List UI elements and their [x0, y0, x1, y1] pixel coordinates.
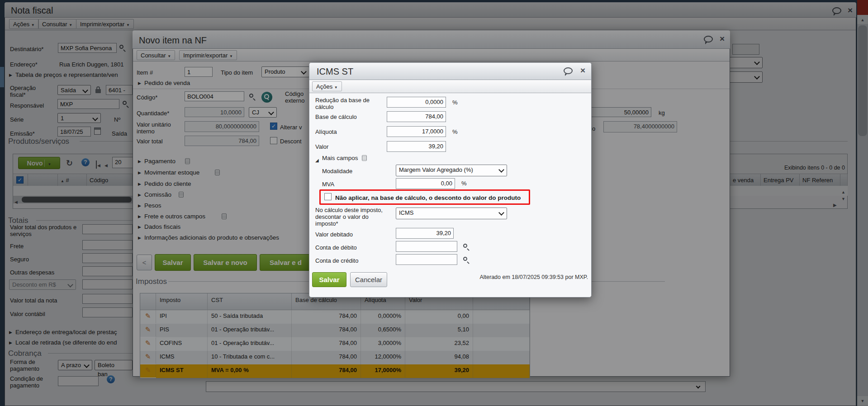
descontar-value: ICMS: [399, 209, 414, 216]
document-icon: [362, 155, 367, 161]
valor-input[interactable]: 39,20: [387, 141, 446, 152]
aliquota-suffix: %: [452, 128, 458, 135]
debitado-label: Valor debitado: [315, 231, 353, 238]
descontar-label: No cálculo deste imposto, descontar o va…: [315, 207, 389, 227]
base-label: Base de cálculo: [315, 113, 357, 120]
debitado-input[interactable]: 39,20: [396, 228, 454, 239]
icms-menu-acoes-label: Ações: [316, 83, 332, 90]
nao-aplicar-checkbox[interactable]: [324, 193, 332, 200]
mva-input[interactable]: 0,00: [396, 178, 455, 189]
search-icon[interactable]: [463, 257, 467, 261]
mva-label: MVA: [322, 181, 334, 188]
conta-credito-label: Conta de crédito: [315, 257, 358, 264]
comment-bubble-icon[interactable]: [564, 67, 573, 74]
search-icon[interactable]: [463, 244, 467, 248]
close-icon[interactable]: [580, 67, 585, 75]
conta-debito-input[interactable]: [396, 241, 457, 252]
icms-cancelar-button[interactable]: Cancelar: [350, 272, 387, 287]
base-input[interactable]: 784,00: [387, 111, 446, 122]
page: Nota fiscal Ações Consultar Imprimir/exp…: [0, 0, 868, 406]
icms-modal-title: ICMS ST: [317, 66, 353, 77]
icms-menu-acoes[interactable]: Ações: [312, 81, 342, 91]
alterado-status: Alterado em 18/07/2025 09:39:53 por MXP.: [430, 274, 588, 280]
descontar-select[interactable]: ICMS: [396, 208, 507, 219]
valor-label: Valor: [315, 143, 328, 150]
modalidade-value: Margem Valor Agregado (%): [399, 166, 473, 173]
icms-salvar-button[interactable]: Salvar: [312, 272, 346, 287]
icms-modal-layer: ICMS ST Ações Redução da base de cálculo…: [0, 0, 868, 406]
chevron-down-icon: [498, 210, 504, 216]
reducao-label: Redução da base de cálculo: [315, 97, 383, 110]
aliquota-label: Alíquota: [315, 128, 337, 135]
modalidade-label: Modalidade: [322, 168, 352, 175]
icms-modal-menubar: [309, 80, 591, 93]
chevron-down-icon: [498, 167, 504, 173]
conta-credito-input[interactable]: [396, 254, 457, 265]
section-mais-campos[interactable]: Mais campos: [322, 155, 358, 161]
aliquota-input[interactable]: 17,0000: [387, 126, 446, 137]
dropdown-arrow-icon: [334, 83, 338, 90]
reducao-input[interactable]: 0,0000: [387, 97, 446, 108]
mva-suffix: %: [461, 180, 467, 187]
reducao-suffix: %: [452, 99, 458, 106]
expanded-arrow-icon[interactable]: [315, 156, 319, 164]
nao-aplicar-label: Não aplicar, na base de cálculo, o desco…: [335, 194, 521, 201]
modalidade-select[interactable]: Margem Valor Agregado (%): [396, 165, 507, 176]
conta-debito-label: Conta de débito: [315, 244, 357, 251]
